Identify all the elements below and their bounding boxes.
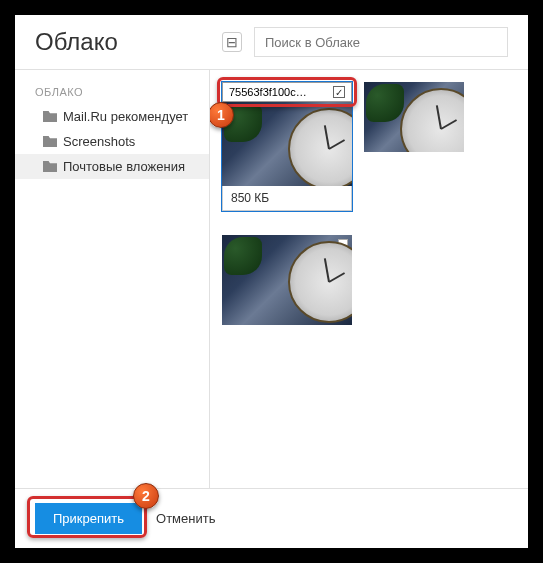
sidebar-item-recommended[interactable]: Mail.Ru рекомендует: [15, 104, 209, 129]
dialog-title: Облако: [35, 28, 210, 56]
file-card[interactable]: [222, 235, 352, 325]
tutorial-callout-2: 2: [133, 483, 159, 509]
file-thumbnail: [364, 82, 464, 152]
sidebar-section-label: ОБЛАКО: [15, 80, 209, 104]
file-grid: 1 75563f3f100c… 850 КБ: [210, 70, 528, 488]
file-card[interactable]: 1 75563f3f100c… 850 КБ: [222, 82, 352, 211]
sidebar-item-attachments[interactable]: Почтовые вложения: [15, 154, 209, 179]
thumb-clock: [288, 108, 352, 186]
search-input[interactable]: [254, 27, 508, 57]
thumb-clock: [400, 88, 464, 152]
file-thumbnail: [222, 235, 352, 325]
sidebar-item-label: Mail.Ru рекомендует: [63, 109, 188, 124]
sidebar: ОБЛАКО Mail.Ru рекомендует Screenshots П…: [15, 70, 210, 488]
dialog-footer: Прикрепить 2 Отменить: [15, 488, 528, 548]
file-name: 75563f3f100c…: [229, 86, 307, 98]
sidebar-item-label: Screenshots: [63, 134, 135, 149]
folder-icon: [43, 161, 57, 172]
cancel-button[interactable]: Отменить: [156, 511, 215, 526]
sidebar-item-label: Почтовые вложения: [63, 159, 185, 174]
cloud-file-picker: Облако ⊟ ОБЛАКО Mail.Ru рекомендует Scre…: [15, 15, 528, 548]
thumb-decor: [224, 237, 262, 275]
file-checkbox[interactable]: [333, 86, 345, 98]
thumb-clock: [288, 241, 352, 323]
folder-icon: [43, 136, 57, 147]
sidebar-item-screenshots[interactable]: Screenshots: [15, 129, 209, 154]
attach-button[interactable]: Прикрепить: [35, 503, 142, 534]
dialog-body: ОБЛАКО Mail.Ru рекомендует Screenshots П…: [15, 70, 528, 488]
file-name-bar: 75563f3f100c…: [222, 82, 352, 102]
dialog-header: Облако ⊟: [15, 15, 528, 70]
file-card[interactable]: [364, 82, 464, 211]
folder-icon: [43, 111, 57, 122]
collapse-icon[interactable]: ⊟: [222, 32, 242, 52]
file-thumbnail: [222, 102, 352, 186]
thumb-decor: [366, 84, 404, 122]
file-size: 850 КБ: [222, 186, 352, 211]
